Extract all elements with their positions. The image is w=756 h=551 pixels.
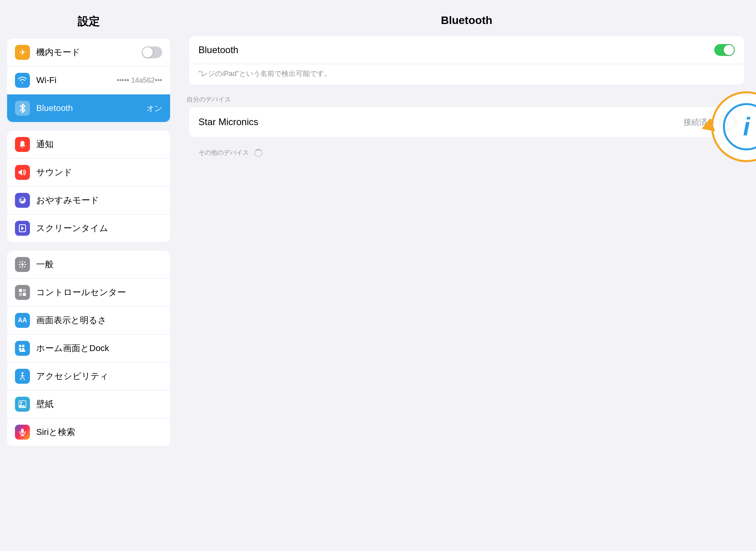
sidebar-item-control[interactable]: コントロールセンター — [7, 279, 170, 307]
device-name: Star Micronics — [198, 116, 684, 128]
svg-point-14 — [21, 429, 24, 433]
airplane-mode-toggle[interactable] — [142, 46, 162, 58]
sidebar-item-bluetooth[interactable]: Bluetooth オン — [7, 94, 170, 122]
sidebar-item-sound[interactable]: サウンド — [7, 159, 170, 187]
svg-rect-9 — [22, 348, 24, 350]
sidebar-item-label: 機内モード — [36, 46, 142, 58]
sidebar-item-label: ホーム画面とDock — [36, 342, 162, 354]
sidebar-item-airplane[interactable]: ✈ 機内モード — [7, 39, 170, 67]
sidebar-item-wallpaper[interactable]: 壁紙 — [7, 390, 170, 418]
airplane-toggle-container — [142, 46, 162, 58]
sidebar-item-dnd[interactable]: おやすみモード — [7, 187, 170, 214]
info-annotation-icon: i — [743, 114, 750, 139]
svg-rect-8 — [19, 348, 21, 350]
general-icon — [15, 257, 30, 272]
sidebar-item-label: コントロールセンター — [36, 287, 162, 298]
siri-icon — [15, 425, 30, 440]
svg-rect-7 — [22, 345, 24, 347]
sidebar-item-home[interactable]: ホーム画面とDock — [7, 335, 170, 362]
bluetooth-value: オン — [146, 103, 162, 114]
wifi-value: ••••• 14a562••• — [117, 76, 162, 85]
other-devices-label: その他のデバイス — [177, 142, 756, 160]
sidebar: 設定 ✈ 機内モード Wi-Fi ••••• 14a562••• — [0, 0, 177, 551]
info-button-container: i i — [721, 115, 735, 129]
svg-point-12 — [20, 402, 22, 404]
info-annotation-inner: i — [723, 103, 756, 150]
wifi-icon — [15, 73, 30, 88]
sidebar-item-siri[interactable]: Siriと検索 — [7, 418, 170, 446]
notification-icon — [15, 137, 30, 152]
sidebar-title: 設定 — [0, 0, 177, 39]
sound-icon — [15, 165, 30, 180]
sidebar-item-label: 通知 — [36, 139, 162, 150]
my-devices-label: 自分のデバイス — [177, 89, 756, 107]
accessibility-icon — [15, 369, 30, 384]
sidebar-item-wifi[interactable]: Wi-Fi ••••• 14a562••• — [7, 67, 170, 94]
sidebar-item-label: Bluetooth — [36, 103, 146, 113]
bluetooth-icon — [15, 101, 30, 116]
sidebar-item-notif[interactable]: 通知 — [7, 131, 170, 159]
sidebar-item-label: スクリーンタイム — [36, 222, 162, 234]
loading-spinner — [254, 149, 262, 157]
sidebar-group-notifications: 通知 サウンド おやすみモード — [7, 131, 170, 242]
svg-rect-3 — [23, 289, 26, 292]
sidebar-item-label: 一般 — [36, 259, 162, 270]
star-micronics-row: Star Micronics 接続済み i i — [189, 107, 744, 137]
content-title: Bluetooth — [177, 0, 756, 36]
sidebar-item-display[interactable]: AA 画面表示と明るさ — [7, 307, 170, 335]
svg-rect-10 — [20, 350, 25, 352]
sidebar-item-label: アクセシビリティ — [36, 370, 162, 382]
bluetooth-toggle-row: Bluetooth — [189, 36, 744, 64]
sidebar-item-label: 画面表示と明るさ — [36, 314, 162, 326]
sidebar-item-general[interactable]: 一般 — [7, 251, 170, 279]
sidebar-item-label: サウンド — [36, 166, 162, 178]
airplane-icon: ✈ — [15, 45, 30, 60]
content-area: Bluetooth Bluetooth "レジのiPad"という名前で検出可能で… — [177, 0, 756, 551]
control-center-icon — [15, 285, 30, 300]
sidebar-item-label: 壁紙 — [36, 398, 162, 410]
home-icon — [15, 341, 30, 356]
display-icon: AA — [15, 313, 30, 328]
dnd-icon — [15, 193, 30, 208]
svg-rect-4 — [19, 293, 22, 296]
svg-point-1 — [21, 263, 24, 266]
bluetooth-card: Bluetooth "レジのiPad"という名前で検出可能です。 — [189, 36, 744, 85]
wallpaper-icon — [15, 397, 30, 412]
sidebar-item-accessibility[interactable]: アクセシビリティ — [7, 362, 170, 390]
sidebar-group-connectivity: ✈ 機内モード Wi-Fi ••••• 14a562••• — [7, 39, 170, 122]
sidebar-item-label: Wi-Fi — [36, 75, 117, 85]
svg-rect-2 — [19, 289, 22, 292]
sidebar-item-label: Siriと検索 — [36, 426, 162, 438]
bluetooth-label: Bluetooth — [198, 44, 714, 55]
bluetooth-subtitle: "レジのiPad"という名前で検出可能です。 — [189, 64, 744, 85]
svg-point-11 — [22, 372, 24, 374]
sidebar-group-system: 一般 コントロールセンター AA 画面表示と明るさ — [7, 251, 170, 446]
svg-rect-5 — [23, 293, 26, 296]
sidebar-item-label: おやすみモード — [36, 194, 162, 206]
bluetooth-toggle[interactable] — [714, 44, 735, 56]
other-devices-section: その他のデバイス — [177, 142, 756, 160]
sidebar-item-screentime[interactable]: スクリーンタイム — [7, 214, 170, 242]
svg-rect-6 — [19, 345, 21, 347]
screentime-icon — [15, 221, 30, 236]
